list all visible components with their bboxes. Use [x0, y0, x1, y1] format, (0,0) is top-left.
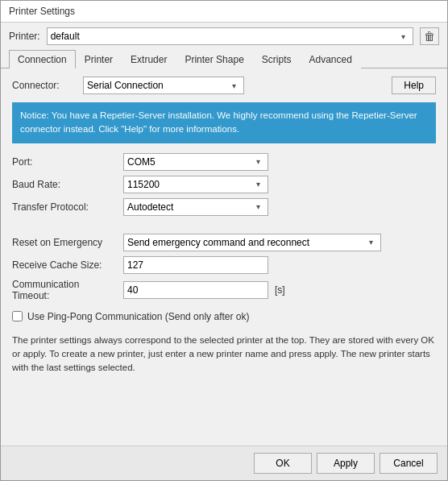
- tab-content: Connector: Serial Connection ▾ Help Noti…: [1, 68, 447, 446]
- tabs-bar: Connection Printer Extruder Printer Shap…: [1, 50, 447, 68]
- baud-label: Baud Rate:: [12, 179, 117, 190]
- cancel-button[interactable]: Cancel: [380, 453, 438, 474]
- reset-row: Reset on Emergency Send emergency comman…: [12, 234, 436, 251]
- connection-fields: Port: COM5 ▾ Baud Rate: 115200 ▾ Transfe…: [12, 153, 436, 216]
- baud-value: 115200: [127, 179, 160, 190]
- window-title: Printer Settings: [9, 6, 75, 17]
- printer-select-arrow-icon: ▾: [396, 32, 409, 41]
- printer-select-value: default: [51, 31, 396, 42]
- timeout-input[interactable]: [123, 281, 268, 299]
- apply-button[interactable]: Apply: [317, 453, 375, 474]
- baud-row: Baud Rate: 115200 ▾: [12, 176, 436, 193]
- cache-input[interactable]: [123, 256, 268, 274]
- tab-scripts[interactable]: Scripts: [253, 50, 301, 68]
- description-text: The printer settings always correspond t…: [12, 330, 436, 379]
- timeout-row: Communication Timeout: [s]: [12, 279, 436, 301]
- connector-select[interactable]: Serial Connection ▾: [83, 77, 244, 94]
- reset-value: Send emergency command and reconnect: [127, 237, 309, 248]
- title-bar: Printer Settings: [1, 1, 447, 23]
- ping-pong-checkbox[interactable]: [12, 311, 23, 321]
- connector-arrow-icon: ▾: [227, 81, 240, 90]
- baud-select[interactable]: 115200 ▾: [123, 176, 268, 193]
- help-button[interactable]: Help: [392, 77, 436, 94]
- tab-advanced[interactable]: Advanced: [301, 50, 361, 68]
- tab-connection[interactable]: Connection: [9, 50, 76, 68]
- delete-printer-button[interactable]: 🗑: [420, 27, 439, 45]
- timeout-unit: [s]: [275, 284, 285, 296]
- transfer-arrow-icon: ▾: [251, 202, 264, 211]
- advanced-fields: Reset on Emergency Send emergency comman…: [12, 234, 436, 301]
- printer-label: Printer:: [9, 31, 40, 42]
- connector-row: Connector: Serial Connection ▾ Help: [12, 77, 436, 94]
- reset-label: Reset on Emergency: [12, 237, 117, 248]
- printer-settings-window: Printer Settings Printer: default ▾ 🗑 Co…: [0, 0, 448, 481]
- transfer-value: Autodetect: [127, 201, 173, 213]
- port-select[interactable]: COM5 ▾: [123, 153, 268, 171]
- port-label: Port:: [12, 156, 117, 168]
- notice-box: Notice: You have a Repetier-Server insta…: [12, 102, 436, 143]
- cache-row: Receive Cache Size:: [12, 256, 436, 274]
- reset-arrow-icon: ▾: [364, 238, 377, 247]
- port-arrow-icon: ▾: [251, 157, 264, 166]
- bottom-bar: OK Apply Cancel: [1, 446, 447, 480]
- printer-select[interactable]: default ▾: [47, 27, 413, 45]
- reset-select[interactable]: Send emergency command and reconnect ▾: [123, 234, 381, 251]
- transfer-label: Transfer Protocol:: [12, 201, 117, 213]
- timeout-label: Communication Timeout:: [12, 279, 117, 301]
- transfer-row: Transfer Protocol: Autodetect ▾: [12, 198, 436, 216]
- notice-text: Notice: You have a Repetier-Server insta…: [20, 110, 417, 134]
- connector-label: Connector:: [12, 80, 77, 91]
- ping-pong-row: Use Ping-Pong Communication (Send only a…: [12, 311, 436, 322]
- tab-printer[interactable]: Printer: [76, 50, 122, 68]
- trash-icon: 🗑: [424, 30, 435, 43]
- port-row: Port: COM5 ▾: [12, 153, 436, 171]
- cache-label: Receive Cache Size:: [12, 259, 117, 271]
- port-value: COM5: [127, 156, 156, 168]
- ok-button[interactable]: OK: [254, 453, 312, 474]
- transfer-select[interactable]: Autodetect ▾: [123, 198, 268, 216]
- tab-extruder[interactable]: Extruder: [122, 50, 176, 68]
- connector-select-value: Serial Connection: [87, 80, 164, 91]
- printer-row: Printer: default ▾ 🗑: [1, 23, 447, 50]
- baud-arrow-icon: ▾: [251, 180, 264, 189]
- ping-pong-label: Use Ping-Pong Communication (Send only a…: [27, 311, 249, 322]
- tab-printer-shape[interactable]: Printer Shape: [176, 50, 252, 68]
